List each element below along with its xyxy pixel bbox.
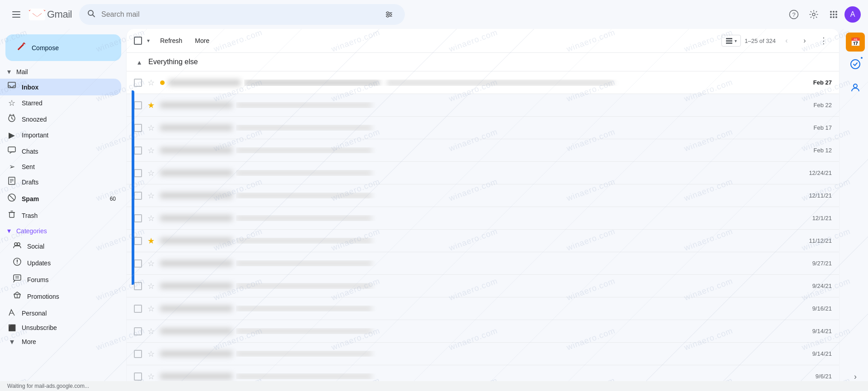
- sidebar-item-updates[interactable]: Updates: [0, 254, 121, 271]
- star-button[interactable]: ☆: [146, 349, 157, 359]
- star-button[interactable]: ☆: [146, 122, 157, 133]
- email-list: ☆ Feb 27 ★ Feb 22: [127, 71, 839, 387]
- email-checkbox[interactable]: [134, 282, 142, 290]
- sidebar-item-snoozed[interactable]: Snoozed: [0, 111, 121, 127]
- sidebar-item-promotions[interactable]: Promotions: [0, 288, 121, 305]
- collapse-mail-icon: ▾: [7, 67, 11, 76]
- sidebar-item-drafts[interactable]: Drafts: [0, 174, 121, 190]
- email-subject: [236, 170, 372, 176]
- prev-page-button[interactable]: ‹: [779, 33, 794, 48]
- sidebar-item-chats[interactable]: Chats: [0, 143, 121, 160]
- email-checkbox[interactable]: [134, 259, 142, 268]
- sidebar-item-social[interactable]: Social: [0, 238, 121, 254]
- settings-button[interactable]: [805, 5, 823, 24]
- sidebar-item-starred[interactable]: ☆ Starred: [0, 95, 121, 111]
- select-all-checkbox[interactable]: [134, 37, 142, 45]
- collapse-section-button[interactable]: ▴: [134, 57, 145, 67]
- email-checkbox[interactable]: [134, 79, 142, 87]
- sidebar-item-forums[interactable]: Forums: [0, 271, 121, 288]
- star-button[interactable]: ☆: [146, 326, 157, 337]
- sidebar-item-important[interactable]: ▶ Important: [0, 127, 121, 143]
- tasks-button[interactable]: [844, 53, 866, 75]
- email-checkbox[interactable]: [134, 146, 142, 155]
- svg-line-29: [13, 114, 14, 115]
- email-row[interactable]: ☆ 9/14/21: [127, 320, 839, 343]
- star-button[interactable]: ☆: [146, 145, 157, 156]
- mail-section-header[interactable]: ▾ Mail: [0, 65, 127, 79]
- email-checkbox[interactable]: [134, 237, 142, 245]
- star-button[interactable]: ☆: [146, 281, 157, 292]
- calendar-button[interactable]: 📅: [846, 33, 865, 52]
- email-date: 12/11/21: [809, 192, 832, 199]
- sidebar-item-sent[interactable]: ➢ Sent: [0, 160, 121, 174]
- email-content: [236, 328, 805, 334]
- email-row[interactable]: ☆ 12/24/21: [127, 162, 839, 184]
- email-row[interactable]: ☆ 12/11/21: [127, 184, 839, 207]
- sidebar-item-spam[interactable]: Spam 60: [0, 190, 121, 207]
- view-toggle-button[interactable]: ▾: [721, 35, 741, 47]
- email-checkbox[interactable]: [134, 305, 142, 313]
- star-button[interactable]: ☆: [146, 168, 157, 179]
- search-options-button[interactable]: [381, 6, 397, 23]
- email-checkbox[interactable]: [134, 169, 142, 177]
- star-button[interactable]: ☆: [146, 77, 157, 88]
- search-input[interactable]: [101, 10, 375, 19]
- star-button[interactable]: ☆: [146, 371, 157, 382]
- right-sidebar: 📅 ›: [843, 29, 868, 391]
- email-row[interactable]: ☆ 9/14/21: [127, 343, 839, 365]
- sidebar-item-inbox[interactable]: Inbox: [0, 79, 121, 95]
- next-page-button[interactable]: ›: [797, 33, 812, 48]
- personal-icon: [7, 307, 16, 319]
- email-row[interactable]: ☆ Feb 12: [127, 139, 839, 162]
- sidebar-item-unsubscribe[interactable]: ⬛ Unsubscribe: [0, 321, 121, 334]
- email-subject: [236, 102, 372, 108]
- search-bar[interactable]: [79, 4, 405, 25]
- sender-name: [160, 283, 232, 289]
- categories-header[interactable]: ▾ Categories: [0, 224, 121, 238]
- select-all-area: ▾: [134, 36, 153, 45]
- sidebar-item-trash[interactable]: Trash: [0, 207, 121, 224]
- circle-indicator: [160, 80, 165, 85]
- svg-point-16: [833, 11, 835, 13]
- sidebar-item-personal[interactable]: Personal: [0, 305, 121, 321]
- apps-button[interactable]: [825, 5, 843, 24]
- sender-name: [160, 306, 232, 311]
- email-row[interactable]: ☆ 9/24/21: [127, 275, 839, 297]
- sender-name: [160, 373, 232, 379]
- options-button[interactable]: ⋮: [816, 33, 832, 49]
- email-checkbox[interactable]: [134, 124, 142, 132]
- email-checkbox[interactable]: [134, 350, 142, 358]
- star-button[interactable]: ★: [146, 100, 157, 111]
- hamburger-button[interactable]: [7, 5, 25, 24]
- email-row[interactable]: ★ Feb 22: [127, 94, 839, 117]
- refresh-button[interactable]: Refresh: [155, 34, 188, 47]
- email-row[interactable]: ☆ Feb 27: [127, 71, 839, 94]
- select-dropdown-arrow[interactable]: ▾: [144, 36, 153, 45]
- email-row[interactable]: ☆ Feb 17: [127, 117, 839, 139]
- email-row[interactable]: ★ 11/12/21: [127, 230, 839, 252]
- email-checkbox[interactable]: [134, 101, 142, 109]
- star-button[interactable]: ☆: [146, 190, 157, 201]
- star-button[interactable]: ☆: [146, 258, 157, 269]
- email-checkbox[interactable]: [134, 327, 142, 335]
- email-row[interactable]: ☆ 9/16/21: [127, 297, 839, 320]
- email-checkbox[interactable]: [134, 192, 142, 200]
- more-button[interactable]: More: [190, 34, 215, 47]
- star-button[interactable]: ☆: [146, 303, 157, 314]
- svg-line-28: [9, 114, 10, 115]
- social-label: Social: [27, 243, 44, 250]
- contacts-button[interactable]: [844, 77, 866, 99]
- star-button[interactable]: ★: [146, 236, 157, 246]
- compose-button[interactable]: Compose: [5, 34, 121, 61]
- sender-name: [160, 102, 232, 108]
- email-checkbox[interactable]: [134, 372, 142, 381]
- help-button[interactable]: ?: [785, 5, 803, 24]
- email-checkbox[interactable]: [134, 214, 142, 222]
- account-avatar[interactable]: A: [844, 6, 861, 23]
- toolbar: ▾ Refresh More ▾ 1–25 of 324 ‹ › ⋮: [127, 29, 839, 53]
- sidebar-item-more[interactable]: ▾ More: [0, 334, 121, 349]
- email-row[interactable]: ☆ 9/27/21: [127, 252, 839, 275]
- star-button[interactable]: ☆: [146, 213, 157, 224]
- collapse-categories-icon: ▾: [7, 226, 11, 235]
- email-row[interactable]: ☆ 12/1/21: [127, 207, 839, 230]
